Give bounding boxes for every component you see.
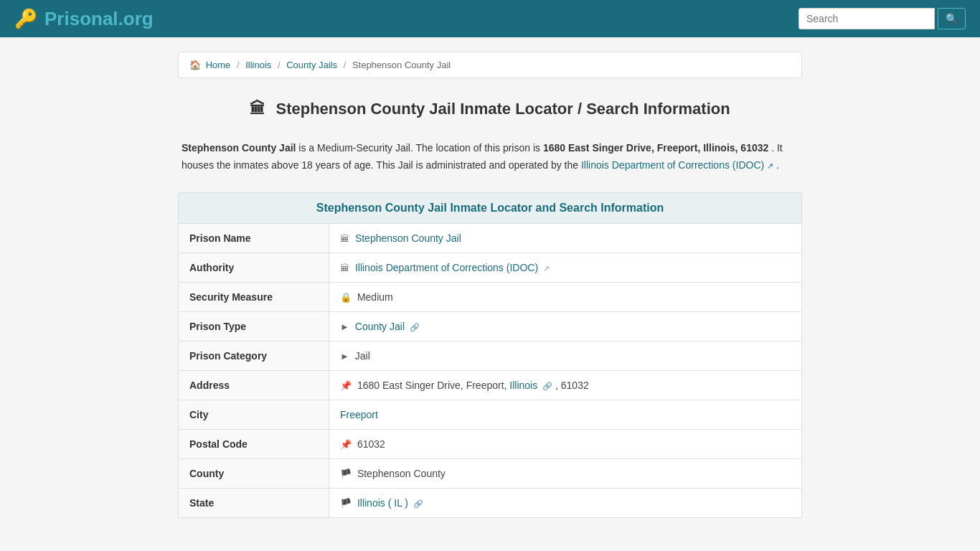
table-row: County 🏴 Stephenson County [179,458,802,488]
table-row: Address 📌 1680 East Singer Drive, Freepo… [179,370,802,400]
section-header: Stephenson County Jail Inmate Locator an… [178,192,802,223]
label-prison-name: Prison Name [179,223,329,253]
county-value: Stephenson County [357,468,446,479]
state-icon: 🏴 [340,498,352,509]
home-icon: 🏠 [189,60,201,70]
logo-area: 🔑 Prisonal.org [14,8,154,30]
city-link[interactable]: Freeport [340,409,378,420]
logo-name: Prisonal [44,8,118,29]
site-header: 🔑 Prisonal.org 🔍 [0,0,980,37]
breadcrumb-current: Stephenson County Jail [352,60,451,70]
address-text-start: 1680 East Singer Drive, Freeport, [357,380,509,391]
value-authority: 🏛 Illinois Department of Corrections (ID… [329,253,802,282]
security-icon: 🔒 [340,292,352,303]
value-prison-name: 🏛 Stephenson County Jail [329,223,802,253]
value-state: 🏴 Illinois ( IL ) 🔗 [329,488,802,517]
category-value: Jail [355,350,370,362]
value-city: Freeport [329,400,802,429]
breadcrumb: 🏠 Home / Illinois / County Jails / Steph… [178,52,802,78]
table-row: City Freeport [179,400,802,429]
logo-icon: 🔑 [14,8,37,30]
label-authority: Authority [179,253,329,282]
table-row: Security Measure 🔒 Medium [179,282,802,311]
authority-icon: 🏛 [340,263,349,273]
type-icon: ► [340,321,349,332]
address-state-link[interactable]: Illinois [509,380,537,391]
value-county: 🏴 Stephenson County [329,458,802,488]
prison-name-icon: 🏛 [340,233,349,244]
label-category: Prison Category [179,341,329,370]
search-button[interactable]: 🔍 [938,8,966,29]
label-security: Security Measure [179,282,329,311]
search-area: 🔍 [798,8,966,29]
table-row: Authority 🏛 Illinois Department of Corre… [179,253,802,282]
ext-link-icon: ↗ [767,161,773,170]
breadcrumb-home[interactable]: Home [206,60,231,70]
category-icon: ► [340,351,349,362]
address-link-icon: 🔗 [542,382,552,390]
value-postal: 📌 61032 [329,429,802,458]
jail-name-bold: Stephenson County Jail [182,142,296,154]
address-icon: 📌 [340,380,352,391]
prison-name-link[interactable]: Stephenson County Jail [355,232,461,244]
description-end: . [776,159,779,171]
address-zip: , 61032 [555,380,589,391]
authority-link-text: Illinois Department of Corrections (IDOC… [581,159,764,171]
postal-icon: 📌 [340,439,352,450]
breadcrumb-sep1: / [237,60,240,70]
value-security: 🔒 Medium [329,282,802,311]
table-row: State 🏴 Illinois ( IL ) 🔗 [179,488,802,517]
state-link-icon: 🔗 [413,499,423,508]
security-value: Medium [357,291,393,303]
authority-table-link[interactable]: Illinois Department of Corrections (IDOC… [355,262,538,273]
prison-type-link[interactable]: County Jail [355,321,405,332]
address-bold: 1680 East Singer Drive, Freeport, Illino… [543,142,768,154]
title-icon: 🏛 [250,100,265,118]
breadcrumb-county-jails[interactable]: County Jails [286,60,337,70]
label-postal: Postal Code [179,429,329,458]
value-category: ► Jail [329,341,802,370]
label-state: State [179,488,329,517]
postal-value: 61032 [357,438,385,450]
info-section: Stephenson County Jail Inmate Locator an… [178,192,802,518]
search-input[interactable] [798,8,935,29]
value-address: 📌 1680 East Singer Drive, Freeport, Illi… [329,370,802,400]
label-city: City [179,400,329,429]
page-title-text: Stephenson County Jail Inmate Locator / … [275,100,730,118]
description: Stephenson County Jail is a Medium-Secur… [178,140,802,174]
table-row: Postal Code 📌 61032 [179,429,802,458]
type-link-icon: 🔗 [410,323,420,331]
label-address: Address [179,370,329,400]
table-row: Prison Name 🏛 Stephenson County Jail [179,223,802,253]
logo-text: Prisonal.org [44,8,154,30]
description-intro: is a Medium-Security Jail. The location … [298,142,543,154]
page-title: 🏛 Stephenson County Jail Inmate Locator … [178,93,802,126]
logo-domain: .org [118,8,154,29]
breadcrumb-sep2: / [278,60,281,70]
breadcrumb-illinois[interactable]: Illinois [245,60,271,70]
label-prison-type: Prison Type [179,311,329,341]
breadcrumb-sep3: / [344,60,347,70]
value-prison-type: ► County Jail 🔗 [329,311,802,341]
state-link[interactable]: Illinois ( IL ) [357,497,408,509]
main-content: 🏠 Home / Illinois / County Jails / Steph… [167,52,813,518]
authority-link[interactable]: Illinois Department of Corrections (IDOC… [581,159,776,171]
info-table: Prison Name 🏛 Stephenson County Jail Aut… [178,223,802,518]
authority-ext-icon: ↗ [543,264,550,273]
county-icon: 🏴 [340,468,352,479]
search-icon: 🔍 [946,13,958,24]
table-row: Prison Category ► Jail [179,341,802,370]
section-header-text: Stephenson County Jail Inmate Locator an… [316,202,664,214]
label-county: County [179,458,329,488]
table-row: Prison Type ► County Jail 🔗 [179,311,802,341]
